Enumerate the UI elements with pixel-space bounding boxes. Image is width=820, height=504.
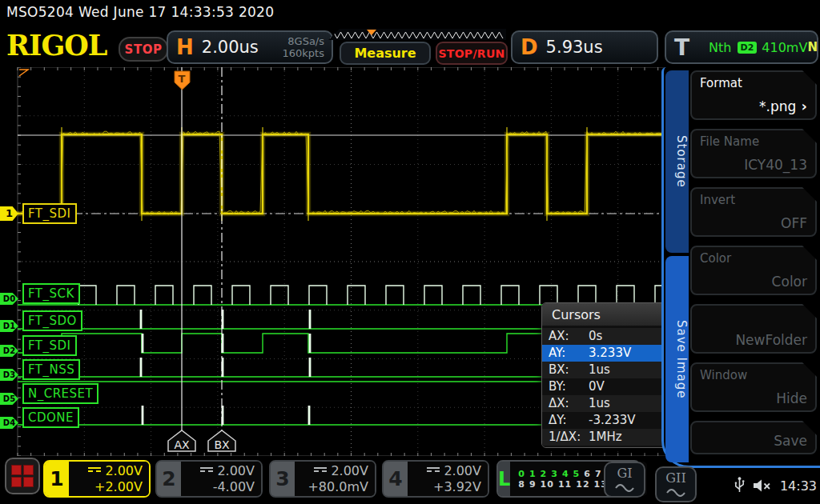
- sample-rate: 8GSa/s: [283, 35, 324, 47]
- grid-icon: [23, 477, 34, 487]
- grid-icon: [11, 465, 22, 475]
- d4-bus-label[interactable]: CDONE: [22, 407, 79, 428]
- generator1-button[interactable]: GI: [604, 462, 645, 498]
- chevron-right-icon: ›: [796, 98, 807, 114]
- menu-item-label: Invert: [700, 193, 735, 207]
- measure-button[interactable]: Measure: [340, 42, 431, 65]
- logic-digit-3: 3: [551, 469, 558, 479]
- channel-1-button[interactable]: 12.00V+2.00V: [43, 460, 151, 498]
- grid-icon: [23, 465, 34, 475]
- channel-readout: 2.00V+2.00V: [69, 462, 149, 496]
- menu-item-color[interactable]: ColorColor: [690, 246, 817, 295]
- menu-item-save[interactable]: Save: [690, 421, 817, 454]
- storage-menu-sidebar: Storage Save Image Format*.png ›File Nam…: [661, 67, 820, 468]
- cursor-tag-bx[interactable]: BX: [208, 430, 235, 451]
- cursor-row-label: 1/ΔX:: [549, 429, 589, 446]
- ch1-bus-label[interactable]: FT_SDI: [22, 203, 77, 224]
- menu-item-format[interactable]: Format*.png ›: [690, 70, 817, 120]
- cursor-tag-ax[interactable]: AX: [168, 430, 195, 451]
- channel-number: 4: [384, 462, 408, 496]
- rigol-logo: RIGOL: [6, 29, 107, 62]
- menu-item-invert[interactable]: InvertOFF: [690, 187, 817, 237]
- d3-bus-label[interactable]: FT_NSS: [22, 359, 80, 380]
- cursor-row-label: ΔX:: [549, 395, 589, 412]
- menu-item-label: File Name: [700, 134, 759, 149]
- menu-item-value: *.png ›: [759, 98, 807, 114]
- speaker-muted-icon: [753, 478, 772, 493]
- tab-save-image[interactable]: Save Image: [665, 256, 689, 462]
- cursor-row-value: -3.233V: [589, 412, 636, 429]
- logic-digit-12: 12: [576, 479, 589, 490]
- generator2-label: GII: [657, 471, 695, 486]
- menu-item-file-name[interactable]: File NameICY40_13: [690, 129, 817, 178]
- svg-text:T: T: [179, 73, 186, 85]
- grid-icon: [11, 477, 22, 487]
- channel-3-button[interactable]: 32.00V+80.0mV: [269, 460, 376, 498]
- delay-value: 5.93us: [546, 38, 603, 57]
- cursor-row-value: 3.233V: [589, 345, 631, 362]
- stop-run-button[interactable]: STOP/RUN: [436, 42, 508, 65]
- menu-item-label: Format: [700, 76, 742, 90]
- d2-bus-label[interactable]: FT_SDI: [22, 335, 77, 356]
- svg-text:AX: AX: [174, 438, 190, 451]
- tab-storage[interactable]: Storage: [665, 70, 689, 253]
- menu-item-value: ICY40_13: [744, 157, 807, 173]
- logic-digit-10: 10: [541, 479, 554, 490]
- d0-bus-label[interactable]: FT_SCK: [22, 283, 80, 304]
- cursor-row-value: 1us: [589, 362, 610, 378]
- menu-item-newfolder[interactable]: NewFolder: [690, 304, 817, 354]
- horizontal-key: H: [176, 35, 194, 59]
- horizontal-timebase-panel[interactable]: H 2.00us 8GSa/s 160kpts: [167, 30, 333, 64]
- delay-key: D: [521, 35, 538, 59]
- usb-icon: [734, 477, 745, 494]
- logic-digit-9: 9: [529, 479, 537, 490]
- trigger-source-badge: D2: [738, 42, 758, 54]
- svg-text:BX: BX: [214, 438, 230, 451]
- logic-analyzer-key: L: [498, 462, 510, 496]
- cursor-row-value: 1us: [589, 395, 610, 412]
- delay-panel[interactable]: D 5.93us: [511, 30, 658, 64]
- d1-bus-label[interactable]: FT_SDO: [22, 310, 82, 331]
- logic-digit-0: 0: [518, 469, 525, 479]
- channel-offset: +2.00V: [94, 479, 143, 495]
- channel-readout: 2.00V+3.92V: [408, 462, 488, 496]
- menu-item-value: Hide: [776, 390, 807, 406]
- menu-item-window[interactable]: WindowHide: [690, 362, 817, 412]
- generator1-label: GI: [605, 466, 644, 481]
- dc-coupling-icon: [314, 467, 327, 475]
- channel-4-button[interactable]: 42.00V+3.92V: [382, 460, 489, 498]
- oscilloscope-screen: MSO5204 Wed June 17 14:33:53 2020 RIGOL …: [0, 0, 820, 504]
- channel-offset: +80.0mV: [308, 479, 368, 495]
- channel-readout: 2.00V+80.0mV: [295, 462, 375, 496]
- trigger-level-corner-marker: [19, 70, 28, 76]
- channel-2-button[interactable]: 22.00V-4.00V: [155, 460, 263, 498]
- trigger-position-marker[interactable]: T: [175, 71, 190, 90]
- menu-item-value: OFF: [781, 215, 807, 231]
- memory-depth: 160kpts: [283, 47, 324, 59]
- quick-menu-button[interactable]: [5, 458, 40, 494]
- menu-item-value: NewFolder: [735, 332, 807, 348]
- menu-item-value: Save: [774, 433, 807, 449]
- trigger-slope: N: [807, 40, 818, 54]
- cursor-row-label: AX:: [549, 328, 589, 345]
- timebase-value: 2.00us: [202, 38, 259, 57]
- cursor-row-value: 1MHz: [589, 429, 622, 446]
- menu-item-label: Color: [700, 251, 731, 266]
- cursor-row-label: AY:: [549, 345, 589, 362]
- waveform-position-indicator[interactable]: [328, 29, 506, 40]
- logic-digit-4: 4: [562, 469, 569, 479]
- cursor-row-label: BX:: [549, 362, 589, 378]
- channel-number: 2: [157, 462, 181, 496]
- menu-item-label: Window: [700, 368, 747, 382]
- logic-digit-6: 6: [584, 469, 591, 479]
- d5-bus-label[interactable]: N_CRESET: [22, 383, 98, 404]
- dc-coupling-icon: [427, 467, 440, 475]
- system-clock: 14:33: [780, 478, 817, 494]
- dc-coupling-icon: [200, 467, 213, 475]
- channel-readout: 2.00V-4.00V: [181, 462, 261, 496]
- channel-scale: 2.00V: [105, 463, 143, 479]
- generator2-button[interactable]: GII: [655, 466, 697, 502]
- cursors-panel-title: Cursors: [552, 307, 601, 322]
- trigger-panel[interactable]: T Nth D2 410mV N: [665, 30, 818, 64]
- trigger-key: T: [674, 34, 689, 61]
